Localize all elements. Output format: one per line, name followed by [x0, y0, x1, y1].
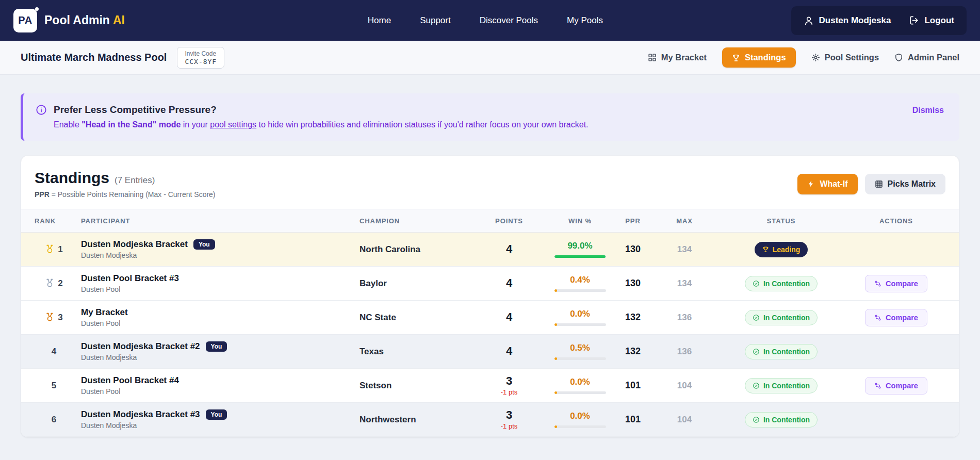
points-cell: 4: [470, 345, 548, 357]
ppr-legend: PPR = Possible Points Remaining (Max - C…: [35, 190, 216, 199]
pool-settings-link[interactable]: pool settings: [210, 120, 256, 129]
invite-code-box: Invite Code CCX-8YF: [177, 47, 224, 69]
ppr-cell: 130: [612, 244, 654, 255]
points-cell: 4: [470, 311, 548, 323]
participant-owner: Dusten Pool: [81, 387, 344, 396]
ppr-cell: 101: [612, 414, 654, 425]
user-box: Dusten Modjeska Logout: [791, 6, 967, 35]
user-name: Dusten Modjeska: [819, 15, 891, 26]
champion-cell: Northwestern: [344, 415, 470, 425]
table-row: 5 Dusten Pool Bracket #4 Dusten Pool Ste…: [21, 369, 959, 403]
leading-badge: Leading: [755, 242, 808, 257]
col-win-pct: WIN %: [548, 217, 612, 225]
banner-body: Enable "Head in the Sand" mode in your p…: [54, 120, 945, 129]
rank-value: 4: [52, 347, 56, 357]
participant-name: Dusten Pool Bracket #4: [81, 375, 179, 386]
nav-link-home[interactable]: Home: [368, 15, 391, 26]
logo-text: PA: [18, 14, 32, 26]
status-cell: In Contention: [715, 412, 847, 428]
actions-cell: Compare: [847, 377, 945, 395]
tab-standings[interactable]: Standings: [722, 47, 796, 68]
user-menu[interactable]: Dusten Modjeska: [804, 15, 891, 26]
win-pct-value: 99.0%: [567, 241, 592, 251]
invite-code-value: CCX-8YF: [185, 58, 217, 65]
trophy-icon: [762, 246, 769, 253]
info-icon: [36, 104, 47, 116]
win-pct-cell: 0.5%: [548, 343, 612, 360]
actions-cell: Compare: [847, 275, 945, 292]
you-badge: You: [193, 239, 215, 250]
in-contention-badge: In Contention: [745, 412, 818, 428]
participant-cell: Dusten Pool Bracket #4 Dusten Pool: [73, 375, 344, 396]
in-contention-badge: In Contention: [745, 276, 818, 291]
points-delta: -1 pts: [470, 422, 548, 430]
what-if-button[interactable]: What-If: [797, 174, 857, 194]
status-cell: In Contention: [715, 276, 847, 291]
participant-name: Dusten Pool Bracket #3: [81, 273, 179, 284]
rank-cell: 4: [35, 347, 73, 357]
participant-name: Dusten Modjeska Bracket: [81, 239, 188, 250]
participant-name: Dusten Modjeska Bracket #2: [81, 341, 200, 352]
bracket-grid-icon: [648, 53, 657, 62]
participant-cell: Dusten Modjeska Bracket You Dusten Modje…: [73, 239, 344, 259]
win-pct-value: 0.0%: [570, 377, 590, 387]
ppr-cell: 132: [612, 346, 654, 357]
logout-icon: [909, 15, 919, 25]
logout-button[interactable]: Logout: [909, 15, 954, 26]
champion-cell: Stetson: [344, 381, 470, 391]
col-points: POINTS: [470, 217, 548, 225]
win-pct-bar: [554, 323, 606, 326]
nav-link-support[interactable]: Support: [420, 15, 451, 26]
win-pct-bar: [554, 357, 606, 360]
table-row: 3 My Bracket Dusten Pool NC State 4 0.0%…: [21, 301, 959, 335]
tab-admin-panel[interactable]: Admin Panel: [894, 53, 959, 62]
pool-tabs: My Bracket Standings Pool Settings Admin…: [648, 47, 959, 68]
check-circle-icon: [753, 382, 760, 389]
col-champion: CHAMPION: [344, 217, 470, 225]
logout-label: Logout: [924, 15, 954, 26]
nav-link-my-pools[interactable]: My Pools: [567, 15, 603, 26]
compare-button[interactable]: Compare: [865, 275, 927, 292]
rank-value: 2: [58, 278, 62, 289]
dismiss-button[interactable]: Dismiss: [912, 106, 944, 115]
status-cell: In Contention: [715, 310, 847, 325]
participant-name: My Bracket: [81, 307, 128, 318]
tab-pool-settings[interactable]: Pool Settings: [811, 53, 879, 62]
logo-dot: [35, 7, 39, 11]
win-pct-value: 0.0%: [570, 411, 590, 421]
participant-owner: Dusten Pool: [81, 319, 344, 327]
col-rank: RANK: [35, 217, 73, 225]
participant-cell: My Bracket Dusten Pool: [73, 307, 344, 327]
table-row: 1 Dusten Modjeska Bracket You Dusten Mod…: [21, 233, 959, 267]
tab-my-bracket[interactable]: My Bracket: [648, 53, 707, 62]
win-pct-cell: 99.0%: [548, 241, 612, 258]
rank-cell: 6: [35, 415, 73, 425]
col-actions: ACTIONS: [847, 217, 945, 225]
champion-cell: Texas: [344, 347, 470, 357]
rank-cell: 2: [35, 278, 73, 289]
points-cell: 4: [470, 277, 548, 289]
max-cell: 134: [654, 278, 715, 289]
col-ppr: PPR: [612, 217, 654, 225]
silver-medal-icon: [45, 278, 55, 288]
gold-medal-icon: [45, 244, 55, 254]
trophy-icon: [732, 54, 740, 62]
ppr-cell: 130: [612, 278, 654, 289]
compare-button[interactable]: Compare: [865, 309, 927, 326]
picks-matrix-button[interactable]: Picks Matrix: [865, 174, 945, 194]
col-max: MAX: [654, 217, 715, 225]
nav-link-discover-pools[interactable]: Discover Pools: [480, 15, 538, 26]
win-pct-cell: 0.0%: [548, 309, 612, 326]
max-cell: 104: [654, 381, 715, 391]
brand-name: Pool AdminAI: [44, 13, 125, 27]
check-circle-icon: [753, 280, 760, 287]
lightning-icon: [807, 180, 815, 188]
points-cell: 3 -1 pts: [470, 409, 548, 430]
check-circle-icon: [753, 416, 760, 423]
status-cell: In Contention: [715, 344, 847, 359]
compare-button[interactable]: Compare: [865, 377, 927, 395]
rank-cell: 3: [35, 313, 73, 323]
check-circle-icon: [753, 348, 760, 355]
participant-owner: Dusten Pool: [81, 285, 344, 293]
table-row: 2 Dusten Pool Bracket #3 Dusten Pool Bay…: [21, 267, 959, 301]
